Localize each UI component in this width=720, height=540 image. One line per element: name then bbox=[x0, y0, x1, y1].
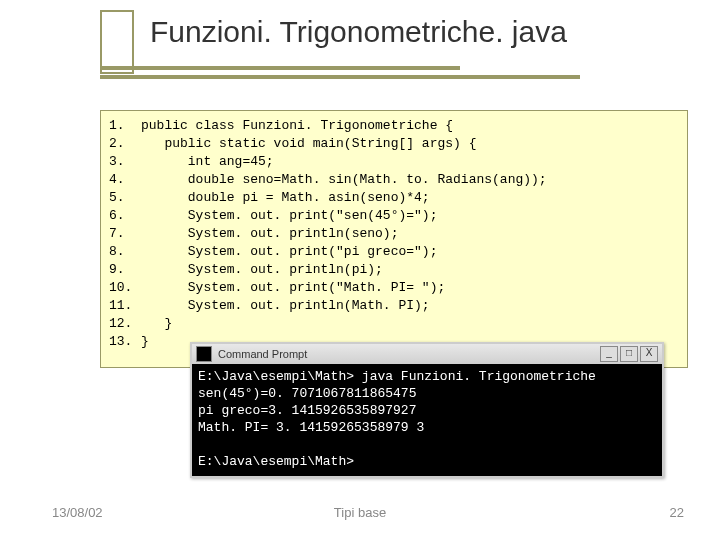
code-text: System. out. print("Math. PI= "); bbox=[141, 279, 679, 297]
code-text: System. out. println(pi); bbox=[141, 261, 679, 279]
code-line: 8. System. out. print("pi greco="); bbox=[109, 243, 679, 261]
code-line: 3. int ang=45; bbox=[109, 153, 679, 171]
line-number: 12. bbox=[109, 315, 141, 333]
title-accent-box bbox=[100, 10, 134, 74]
line-number: 1. bbox=[109, 117, 141, 135]
code-line: 4. double seno=Math. sin(Math. to. Radia… bbox=[109, 171, 679, 189]
code-text: System. out. println(Math. PI); bbox=[141, 297, 679, 315]
code-line: 7. System. out. println(seno); bbox=[109, 225, 679, 243]
window-titlebar[interactable]: Command Prompt _ □ X bbox=[192, 344, 662, 364]
line-number: 10. bbox=[109, 279, 141, 297]
minimize-button[interactable]: _ bbox=[600, 346, 618, 362]
cmd-icon bbox=[196, 346, 212, 362]
code-line: 12. } bbox=[109, 315, 679, 333]
line-number: 2. bbox=[109, 135, 141, 153]
code-line: 11. System. out. println(Math. PI); bbox=[109, 297, 679, 315]
close-button[interactable]: X bbox=[640, 346, 658, 362]
code-text: } bbox=[141, 315, 679, 333]
code-text: System. out. print("sen(45°)="); bbox=[141, 207, 679, 225]
terminal-output: E:\Java\esempi\Math> java Funzioni. Trig… bbox=[192, 364, 662, 476]
code-line: 2. public static void main(String[] args… bbox=[109, 135, 679, 153]
line-number: 8. bbox=[109, 243, 141, 261]
footer-page-number: 22 bbox=[670, 505, 684, 520]
window-title: Command Prompt bbox=[218, 348, 307, 360]
line-number: 4. bbox=[109, 171, 141, 189]
code-line: 9. System. out. println(pi); bbox=[109, 261, 679, 279]
code-text: int ang=45; bbox=[141, 153, 679, 171]
line-number: 13. bbox=[109, 333, 141, 351]
footer-center: Tipi base bbox=[0, 505, 720, 520]
title-underline-long bbox=[100, 75, 580, 79]
title-underline-short bbox=[100, 66, 460, 70]
code-text: System. out. println(seno); bbox=[141, 225, 679, 243]
line-number: 6. bbox=[109, 207, 141, 225]
code-line: 6. System. out. print("sen(45°)="); bbox=[109, 207, 679, 225]
code-line: 5. double pi = Math. asin(seno)*4; bbox=[109, 189, 679, 207]
line-number: 11. bbox=[109, 297, 141, 315]
line-number: 9. bbox=[109, 261, 141, 279]
code-text: System. out. print("pi greco="); bbox=[141, 243, 679, 261]
code-line: 10. System. out. print("Math. PI= "); bbox=[109, 279, 679, 297]
slide-title: Funzioni. Trigonometriche. java bbox=[150, 15, 567, 49]
line-number: 7. bbox=[109, 225, 141, 243]
code-text: double pi = Math. asin(seno)*4; bbox=[141, 189, 679, 207]
command-prompt-window: Command Prompt _ □ X E:\Java\esempi\Math… bbox=[190, 342, 664, 478]
maximize-button[interactable]: □ bbox=[620, 346, 638, 362]
code-line: 1.public class Funzioni. Trigonometriche… bbox=[109, 117, 679, 135]
code-block: 1.public class Funzioni. Trigonometriche… bbox=[100, 110, 688, 368]
code-text: public static void main(String[] args) { bbox=[141, 135, 679, 153]
line-number: 5. bbox=[109, 189, 141, 207]
line-number: 3. bbox=[109, 153, 141, 171]
code-text: double seno=Math. sin(Math. to. Radians(… bbox=[141, 171, 679, 189]
code-text: public class Funzioni. Trigonometriche { bbox=[141, 117, 679, 135]
